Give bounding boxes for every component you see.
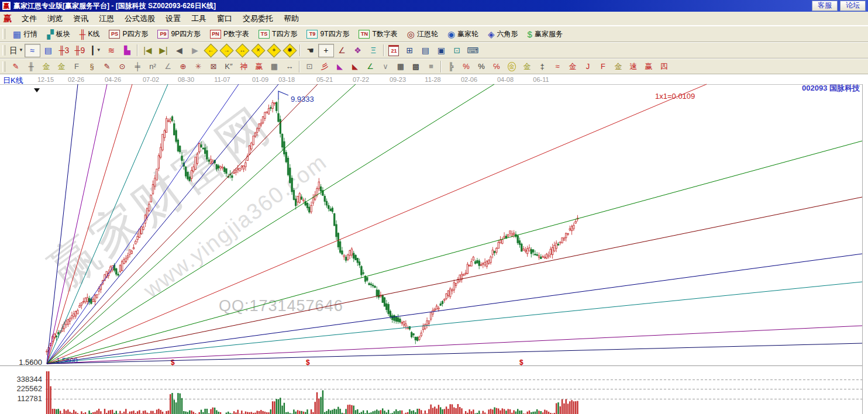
pan-right-diamond[interactable]: → xyxy=(219,44,235,57)
green-angle-tool[interactable]: ∠ xyxy=(363,60,378,73)
red-wave-tool[interactable]: ≋ xyxy=(104,44,119,57)
gann-compass-tool[interactable]: ⊕ xyxy=(175,60,191,73)
pan-left-diamond[interactable]: ← xyxy=(203,44,219,57)
export-button[interactable]: ⊡ xyxy=(449,44,465,57)
grid123-tool[interactable]: ▦ xyxy=(267,60,282,73)
dark-grid-tool[interactable]: ▦ xyxy=(393,60,408,73)
save-button[interactable]: ▣ xyxy=(433,44,449,57)
menu-gann[interactable]: 江恩 xyxy=(94,13,119,24)
t-digit-table-button[interactable]: TNT数字表 xyxy=(354,29,402,39)
multiline-tool[interactable]: ≡ xyxy=(423,60,439,73)
percent-line-tool[interactable]: % xyxy=(459,60,474,73)
period-dropdown[interactable]: 日▼ xyxy=(8,44,25,57)
speed-angle-tool[interactable]: 速 xyxy=(626,60,641,73)
chart-area[interactable]: 赢家财富网www.yingjia360.comQQ:1731457646日K线1… xyxy=(0,74,868,414)
menu-settings[interactable]: 设置 xyxy=(160,13,186,24)
bars9-tool[interactable]: ╫9 xyxy=(72,44,88,57)
k-mark-tool[interactable]: K″ xyxy=(221,60,236,73)
p9-square-button[interactable]: P99P四方形 xyxy=(153,29,205,39)
menu-window[interactable]: 窗口 xyxy=(212,13,237,24)
calculator-button[interactable]: ⊞ xyxy=(402,44,418,57)
hexagon-button[interactable]: ◈六角形 xyxy=(483,29,523,39)
print-button[interactable]: ⌨ xyxy=(465,44,481,57)
si-angle-tool[interactable]: 四 xyxy=(656,60,671,73)
menu-tools[interactable]: 工具 xyxy=(186,13,212,24)
gold-ruler-tool[interactable]: 金 xyxy=(39,60,54,73)
f-ruler-tool[interactable]: F xyxy=(69,60,84,73)
angle-line-tool[interactable]: ∠ xyxy=(160,60,175,73)
forum-button[interactable]: 论坛 xyxy=(840,1,866,11)
percent-tool[interactable]: % xyxy=(474,60,489,73)
volume-scale-tool[interactable]: ╠ xyxy=(443,60,459,73)
crosshair-tool[interactable]: + xyxy=(318,44,334,57)
tick-ruler-tool[interactable]: ╫ xyxy=(23,60,39,73)
h-ruler-tool[interactable]: ╪ xyxy=(130,60,145,73)
kline-button[interactable]: ╫K线 xyxy=(75,29,105,39)
gold-angle-tool[interactable]: 金 xyxy=(611,60,626,73)
menu-formula-picker[interactable]: 公式选股 xyxy=(119,13,160,24)
fan-box-tool[interactable]: ◣ xyxy=(332,60,347,73)
calendar-button[interactable]: 21 xyxy=(386,44,402,57)
gold-box-tool[interactable]: 金 xyxy=(565,60,580,73)
percent-avg-tool[interactable]: ℅ xyxy=(489,60,504,73)
t9-square-button[interactable]: T99T四方形 xyxy=(302,29,354,39)
winner-wheel-button[interactable]: ◉赢家轮 xyxy=(443,29,483,39)
step-back-button[interactable]: ◀ xyxy=(171,44,187,57)
gold-ruler2-tool[interactable]: 金 xyxy=(54,60,69,73)
ying-tool[interactable]: 赢 xyxy=(252,60,267,73)
gold-circle-tool[interactable]: 金 xyxy=(504,60,519,73)
n2-tool[interactable]: n² xyxy=(145,60,160,73)
menu-news[interactable]: 资讯 xyxy=(68,13,94,24)
step-forward-button[interactable]: ▶ xyxy=(187,44,203,57)
menu-browse[interactable]: 浏览 xyxy=(42,13,68,24)
p-square-button[interactable]: PSP四方形 xyxy=(104,29,153,39)
red-fan-tool[interactable]: 彡 xyxy=(317,60,332,73)
expand-h-diamond[interactable]: ↔ xyxy=(235,44,250,57)
star-web-tool[interactable]: ✳ xyxy=(191,60,206,73)
go-first-button[interactable]: |◀ xyxy=(140,44,156,57)
box-grid-tool[interactable]: ⊡ xyxy=(302,60,317,73)
red-pencil-tool[interactable]: ✎ xyxy=(99,60,115,73)
pencil-tool[interactable]: ✎ xyxy=(8,60,23,73)
notes-button[interactable]: ▤ xyxy=(418,44,433,57)
toolbar-grip[interactable] xyxy=(2,61,5,72)
quotes-button[interactable]: ▦行情 xyxy=(8,29,42,39)
ying-box-tool[interactable]: 赢 xyxy=(641,60,656,73)
gann-wheel-button[interactable]: ◎江恩轮 xyxy=(402,29,443,39)
shen-tool[interactable]: 神 xyxy=(236,60,252,73)
span-tool[interactable]: ↔ xyxy=(282,60,297,73)
spiral-tool[interactable]: § xyxy=(84,60,99,73)
toolbar-grip[interactable] xyxy=(2,29,5,39)
red-channel-tool[interactable]: ≈ xyxy=(550,60,565,73)
bars3-tool[interactable]: ╫3 xyxy=(56,44,72,57)
hand-tool[interactable]: ☚ xyxy=(302,44,318,57)
histogram-tool[interactable]: ▙ xyxy=(119,44,135,57)
sectors-button[interactable]: ▞板块 xyxy=(42,29,75,39)
menu-trade[interactable]: 交易委托 xyxy=(237,13,278,24)
t-square-button[interactable]: TST四方形 xyxy=(254,29,302,39)
go-last-button[interactable]: ▶| xyxy=(156,44,171,57)
compress-v-diamond[interactable]: + xyxy=(266,44,282,57)
square-web-tool[interactable]: ⊠ xyxy=(206,60,221,73)
lace-tool[interactable]: Ξ xyxy=(366,44,381,57)
dropdown-arrow-icon[interactable]: ▼ xyxy=(97,46,101,54)
info-note-tool[interactable]: ▤ xyxy=(40,44,56,57)
price-pen-tool[interactable]: ‡ xyxy=(535,60,550,73)
flower-tool[interactable]: ❖ xyxy=(350,44,366,57)
candle-style-dropdown[interactable]: ┃▼ xyxy=(88,44,104,57)
f-angle-tool[interactable]: F xyxy=(595,60,611,73)
customer-service-button[interactable]: 客服 xyxy=(812,1,838,11)
wave-tool[interactable]: ≈ xyxy=(25,44,40,57)
menu-file[interactable]: 文件 xyxy=(16,13,42,24)
compress-h-diamond[interactable]: × xyxy=(250,44,266,57)
toolbar-grip[interactable] xyxy=(2,45,5,56)
menu-help[interactable]: 帮助 xyxy=(278,13,304,24)
reset-view-diamond[interactable]: ✱ xyxy=(282,44,298,57)
fan-box2-tool[interactable]: ◣ xyxy=(347,60,363,73)
dark-grid2-tool[interactable]: ▩ xyxy=(408,60,423,73)
p-digit-table-button[interactable]: PNP数字表 xyxy=(205,29,254,39)
j-angle-tool[interactable]: J xyxy=(580,60,595,73)
check-tool[interactable]: ∨ xyxy=(378,60,393,73)
angle-measure-tool[interactable]: ∠ xyxy=(334,44,350,57)
winner-service-button[interactable]: $赢家服务 xyxy=(523,29,567,39)
